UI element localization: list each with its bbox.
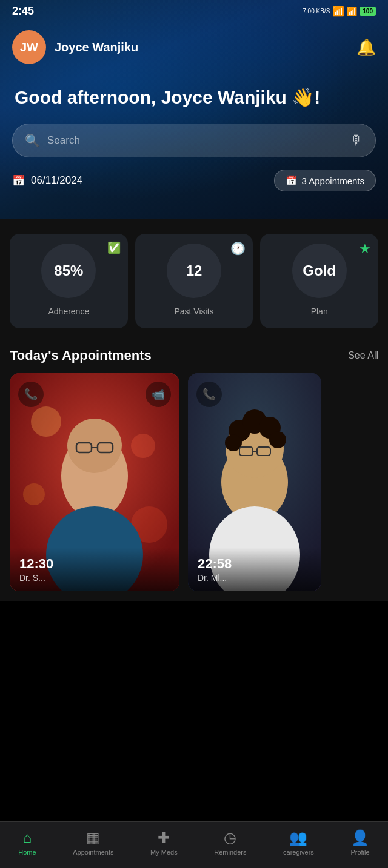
greeting-text: Good afternoon, Joyce Wanjiku 👋!: [15, 85, 373, 109]
search-container: 🔍 Search 🎙: [0, 109, 388, 170]
plan-card[interactable]: ★ Gold Plan: [260, 234, 378, 328]
phone-icon-2[interactable]: 📞: [196, 382, 222, 407]
home-label: Home: [18, 849, 36, 856]
appointment-doctor-2: Dr. Ml...: [198, 573, 312, 583]
mic-icon[interactable]: 🎙: [350, 133, 363, 148]
plan-circle: Gold: [292, 244, 347, 298]
appointments-title: Today's Appointments: [10, 348, 152, 363]
svg-point-18: [269, 431, 286, 448]
appointments-nav-label: Appointments: [73, 849, 113, 856]
speed-indicator: 7.00 KB/S: [303, 8, 330, 15]
nav-appointments[interactable]: ▦ Appointments: [73, 829, 113, 856]
svg-point-2: [131, 434, 155, 458]
star-badge-icon: ★: [359, 241, 371, 257]
date-row: 📅 06/11/2024 📅 3 Appointments: [0, 170, 388, 201]
status-time: 2:45: [12, 5, 34, 18]
phone-icon-1[interactable]: 📞: [18, 382, 44, 407]
svg-point-1: [31, 406, 61, 437]
appointments-badge[interactable]: 📅 3 Appointments: [274, 170, 376, 191]
plan-label: Plan: [311, 306, 328, 316]
section-header: Today's Appointments See All: [10, 343, 378, 373]
calendar-icon: 📅: [12, 174, 25, 187]
signal-icon: 📶: [347, 7, 357, 16]
search-input[interactable]: Search: [47, 134, 343, 147]
caregivers-label: caregivers: [283, 849, 314, 856]
card-icons-2: 📞: [196, 382, 313, 407]
bottom-nav: ⌂ Home ▦ Appointments ✚ My Meds ◷ Remind…: [0, 821, 388, 868]
nav-meds[interactable]: ✚ My Meds: [150, 829, 178, 856]
visits-circle: 12: [167, 244, 221, 298]
appointment-time-2: 22:58: [198, 556, 312, 572]
meds-label: My Meds: [150, 849, 178, 856]
plan-value: Gold: [303, 262, 336, 279]
appointment-time-1: 12:30: [19, 556, 170, 572]
status-bar: 2:45 7.00 KB/S 📶 📶 100: [0, 0, 388, 20]
nav-profile[interactable]: 👤 Profile: [350, 829, 369, 856]
home-icon: ⌂: [23, 829, 32, 846]
visits-value: 12: [186, 262, 202, 279]
past-visits-card[interactable]: 🕐 12 Past Visits: [135, 234, 253, 328]
header-background: JW Joyce Wanjiku 🔔 Good afternoon, Joyce…: [0, 0, 388, 219]
card-bottom-1: 12:30 Dr. S...: [10, 548, 179, 591]
appointment-card-1[interactable]: 📞 📹 12:30 Dr. S...: [10, 373, 179, 591]
profile-label: Profile: [350, 849, 369, 856]
greeting-section: Good afternoon, Joyce Wanjiku 👋!: [0, 73, 388, 109]
adherence-label: Adherence: [48, 306, 89, 316]
stats-section: ✅ 85% Adherence 🕐 12 Past Visits ★ Gold …: [0, 219, 388, 343]
caregivers-icon: 👥: [289, 829, 307, 846]
user-name: Joyce Wanjiku: [55, 41, 356, 55]
card-bottom-2: 22:58 Dr. Ml...: [188, 548, 321, 591]
avatar[interactable]: JW: [12, 30, 46, 64]
visits-label: Past Visits: [174, 306, 213, 316]
wifi-icon: 📶: [332, 5, 344, 17]
appointments-nav-icon: ▦: [86, 829, 100, 846]
appointment-doctor-1: Dr. S...: [19, 573, 170, 583]
video-icon-1[interactable]: 📹: [146, 382, 171, 407]
appointment-card-2[interactable]: 📞 22:58 Dr. Ml...: [188, 373, 321, 591]
meds-icon: ✚: [158, 829, 170, 846]
nav-reminders[interactable]: ◷ Reminders: [214, 829, 246, 856]
adherence-card[interactable]: ✅ 85% Adherence: [10, 234, 128, 328]
svg-point-6: [67, 419, 122, 473]
appointments-icon: 📅: [286, 175, 297, 186]
nav-caregivers[interactable]: 👥 caregivers: [283, 829, 314, 856]
see-all-link[interactable]: See All: [348, 350, 378, 361]
appointments-count: 3 Appointments: [302, 176, 364, 186]
appointments-list: 📞 📹 12:30 Dr. S...: [10, 373, 378, 591]
profile-icon: 👤: [351, 829, 369, 846]
card-icons-1: 📞 📹: [18, 382, 171, 407]
reminders-icon: ◷: [224, 829, 236, 846]
search-icon: 🔍: [25, 133, 40, 148]
clock-badge-icon: 🕐: [230, 241, 246, 256]
status-icons: 7.00 KB/S 📶 📶 100: [303, 5, 376, 17]
svg-point-3: [23, 483, 45, 505]
date-display: 📅 06/11/2024: [12, 174, 82, 187]
card-icons-right-1: 📹: [146, 382, 171, 407]
adherence-value: 85%: [54, 262, 83, 279]
reminders-label: Reminders: [214, 849, 246, 856]
stats-grid: ✅ 85% Adherence 🕐 12 Past Visits ★ Gold …: [10, 234, 378, 328]
appointments-section: Today's Appointments See All: [0, 343, 388, 601]
check-badge-icon: ✅: [107, 241, 121, 254]
date-text: 06/11/2024: [31, 174, 82, 187]
notification-bell-icon[interactable]: 🔔: [356, 38, 376, 57]
nav-home[interactable]: ⌂ Home: [18, 829, 36, 856]
battery-icon: 100: [360, 7, 376, 16]
adherence-circle: 85%: [41, 244, 96, 298]
search-bar[interactable]: 🔍 Search 🎙: [12, 124, 376, 157]
